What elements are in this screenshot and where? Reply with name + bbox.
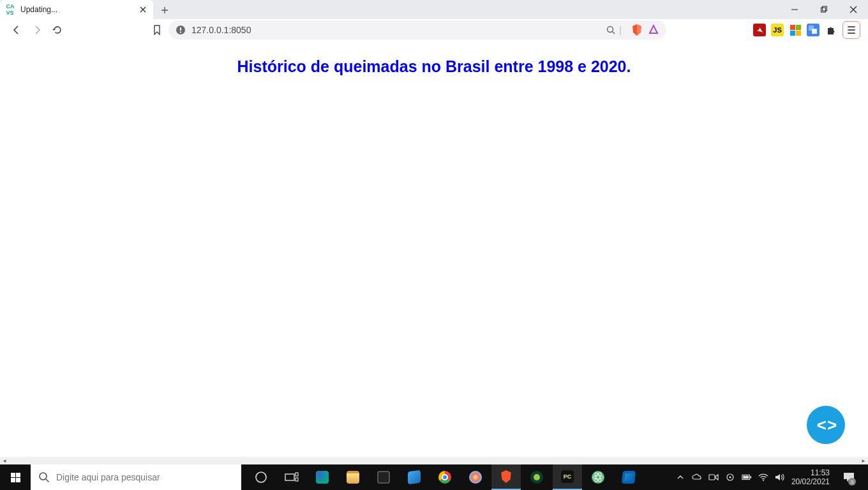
favicon-icon: CAVS	[5, 4, 15, 15]
bookmark-button[interactable]	[148, 21, 166, 39]
taskbar-app-pycharm[interactable]: PC	[553, 464, 582, 490]
windows-taskbar: PC 11:53 20/02/2021 3	[0, 464, 868, 490]
taskbar-app-android-studio[interactable]	[522, 464, 551, 490]
reload-button[interactable]	[49, 21, 66, 39]
tray-chevron-up-icon[interactable]	[675, 472, 685, 482]
system-tray: 11:53 20/02/2021 3	[669, 464, 868, 490]
svg-rect-11	[296, 473, 298, 476]
svg-rect-21	[743, 476, 749, 479]
svg-point-8	[40, 473, 47, 480]
browser-tab[interactable]: CAVS Updating...	[0, 0, 153, 19]
not-secure-icon	[175, 24, 186, 36]
taskbar-app-edge[interactable]	[308, 464, 337, 490]
taskbar-app-brave[interactable]	[491, 464, 521, 490]
svg-point-18	[729, 477, 731, 479]
tray-onedrive-icon[interactable]	[692, 472, 702, 482]
start-button[interactable]	[0, 464, 31, 490]
tray-date: 20/02/2021	[791, 477, 830, 486]
task-view-button[interactable]	[277, 464, 306, 490]
maximize-button[interactable]	[809, 0, 839, 19]
minimize-button[interactable]	[780, 0, 809, 19]
action-center-button[interactable]: 3	[836, 464, 862, 490]
tab-strip: CAVS Updating...	[0, 0, 868, 19]
tray-volume-icon[interactable]	[775, 472, 785, 482]
tray-battery-icon[interactable]	[742, 472, 752, 482]
extension-adobe-pdf-icon[interactable]	[753, 24, 766, 36]
extension-google-translate-icon[interactable]	[807, 24, 819, 36]
taskbar-app-terminal[interactable]	[369, 464, 398, 490]
close-tab-button[interactable]	[138, 4, 148, 15]
svg-rect-3	[180, 27, 181, 31]
tray-meet-now-icon[interactable]	[708, 472, 719, 482]
taskbar-app-notes[interactable]	[400, 464, 429, 490]
tab-title: Updating...	[20, 5, 138, 14]
tray-clock[interactable]: 11:53 20/02/2021	[791, 468, 830, 486]
svg-rect-10	[285, 474, 294, 480]
scroll-right-icon[interactable]: ►	[859, 457, 868, 464]
window-controls	[780, 0, 868, 19]
tray-wifi-icon[interactable]	[758, 472, 768, 482]
page-viewport: Histórico de queimadas no Brasil entre 1…	[0, 41, 868, 457]
taskbar-app-atom[interactable]	[583, 464, 613, 490]
dash-devtools-button[interactable]: < >	[807, 406, 845, 444]
horizontal-scrollbar[interactable]: ◄ ►	[0, 457, 868, 464]
svg-point-13	[593, 475, 603, 479]
new-tab-button[interactable]	[156, 1, 174, 19]
tray-time: 11:53	[791, 468, 830, 477]
browser-menu-button[interactable]	[842, 21, 860, 39]
svg-point-22	[763, 480, 764, 481]
extension-js-icon[interactable]: JS	[771, 24, 784, 36]
scroll-left-icon[interactable]: ◄	[0, 457, 9, 464]
page-content: Histórico de queimadas no Brasil entre 1…	[0, 41, 868, 76]
taskbar-apps: PC	[246, 464, 643, 490]
svg-rect-7	[812, 29, 817, 34]
omnibox[interactable]: 127.0.0.1:8050 |	[168, 20, 666, 40]
page-heading: Histórico de queimadas no Brasil entre 1…	[0, 57, 868, 76]
taskbar-app-vscode[interactable]	[614, 464, 643, 490]
extensions-menu-button[interactable]	[825, 24, 837, 36]
browser-chrome: CAVS Updating...	[0, 0, 868, 41]
cortana-button[interactable]	[246, 464, 276, 490]
svg-rect-1	[823, 6, 827, 11]
brave-rewards-icon[interactable]	[647, 24, 660, 36]
address-bar: 127.0.0.1:8050 | JS	[0, 19, 868, 41]
svg-point-5	[608, 27, 613, 33]
close-window-button[interactable]	[839, 0, 868, 19]
svg-rect-20	[750, 476, 751, 479]
taskbar-search[interactable]	[31, 464, 241, 490]
zoom-reset-button[interactable]: |	[606, 25, 622, 35]
search-icon	[38, 471, 50, 483]
notification-badge: 3	[848, 478, 856, 486]
svg-point-9	[256, 472, 266, 482]
taskbar-search-input[interactable]	[56, 472, 234, 482]
svg-rect-16	[709, 475, 715, 480]
svg-rect-4	[180, 32, 181, 33]
omnibox-shields	[631, 24, 660, 36]
forward-button[interactable]	[28, 21, 46, 39]
url-text: 127.0.0.1:8050	[191, 25, 601, 35]
extension-microsoft-icon[interactable]	[789, 24, 802, 36]
taskbar-app-paint[interactable]	[461, 464, 490, 490]
extensions-toolbar: JS	[753, 21, 864, 39]
brave-shield-icon[interactable]	[631, 24, 643, 36]
tray-location-icon[interactable]	[725, 472, 735, 482]
taskbar-app-explorer[interactable]	[338, 464, 368, 490]
taskbar-app-chrome[interactable]	[430, 464, 460, 490]
svg-rect-12	[296, 478, 298, 481]
back-button[interactable]	[8, 21, 26, 39]
svg-rect-0	[821, 8, 826, 12]
